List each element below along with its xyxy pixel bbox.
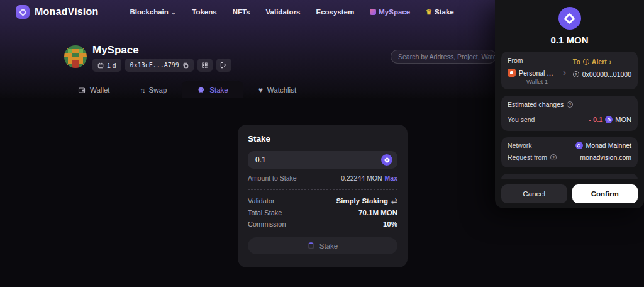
network-label: Network: [508, 142, 532, 149]
swap-vertical-icon: ↑↓: [140, 86, 145, 94]
to-address-line: ? 0x00000...01000: [573, 70, 631, 78]
nav-item-myspace[interactable]: MySpace: [370, 8, 410, 16]
nav-label: Stake: [435, 8, 454, 16]
tab-label: Wallet: [90, 86, 110, 94]
tab-swap[interactable]: ↑↓ Swap: [125, 81, 182, 98]
question-icon: ?: [573, 71, 579, 77]
pixel-avatar-image: [64, 45, 87, 68]
logout-button[interactable]: [216, 59, 231, 72]
stake-amount-value[interactable]: 0.1: [255, 155, 381, 164]
validator-row: Validator Simply Staking⇄: [248, 196, 397, 205]
row-label: Validator: [248, 197, 275, 205]
to-address: 0x00000...01000: [582, 70, 631, 78]
wallet-address: 0x13cE...A799: [130, 62, 179, 69]
you-send-row: You send - 0.1 MON: [508, 116, 631, 123]
change-validator-icon[interactable]: ⇄: [391, 196, 397, 205]
chevron-down-icon: ⌄: [171, 9, 176, 16]
nav-menu: Blockchain ⌄ Tokens NFTs Validators Ecos…: [130, 8, 453, 16]
app-window: MonadVision Blockchain ⌄ Tokens NFTs Val…: [0, 0, 644, 287]
nav-label: NFTs: [233, 8, 250, 16]
mon-diamond-shape: [577, 144, 580, 147]
available-balance: 0.22244 MON: [341, 174, 382, 182]
from-wallet-sub: Wallet 1: [526, 78, 631, 85]
nav-item-blockchain[interactable]: Blockchain ⌄: [130, 8, 176, 16]
nav-label: Ecosystem: [316, 8, 355, 16]
nav-item-ecosystem[interactable]: Ecosystem: [316, 8, 355, 16]
address-badge[interactable]: 0x13cE...A799: [125, 59, 194, 72]
row-label: Commission: [248, 220, 286, 228]
scrolled-card-edge: [501, 174, 638, 179]
global-search: [391, 50, 496, 64]
question-icon: ?: [567, 101, 573, 108]
nav-label: Validators: [266, 8, 301, 16]
tab-label: Stake: [209, 86, 228, 94]
mon-token-icon: [605, 116, 613, 123]
tab-label: Watchlist: [267, 86, 296, 94]
you-send-label: You send: [508, 116, 535, 123]
network-card: Network Monad Mainnet Request from ? mon…: [501, 137, 638, 167]
stake-card-title: Stake: [248, 134, 397, 144]
commission-row: Commission 10%: [248, 220, 397, 228]
nav-item-tokens[interactable]: Tokens: [192, 8, 216, 16]
search-input[interactable]: [391, 53, 496, 60]
max-button[interactable]: Max: [385, 174, 397, 182]
brand-name: MonadVision: [35, 6, 98, 18]
to-block: To i Alert › ? 0x00000...01000: [573, 58, 631, 78]
stake-submit-button[interactable]: Stake: [248, 237, 397, 254]
validator-name: Simply Staking: [336, 197, 388, 205]
total-stake-value: 70.1M MON: [358, 209, 397, 217]
to-label: To: [573, 58, 580, 65]
tab-label: Swap: [149, 86, 167, 94]
mon-diamond-shape: [564, 13, 575, 24]
monadvision-logo-icon[interactable]: [16, 5, 30, 19]
tab-stake[interactable]: Stake: [182, 81, 243, 98]
from-to-card[interactable]: From Personal … Wallet 1 › To i Alert › …: [501, 52, 638, 89]
wallet-confirm-modal: 0.1 MON From Personal … Wallet 1 › To i …: [495, 0, 644, 208]
nav-item-stake[interactable]: ♛ Stake: [426, 8, 454, 16]
send-amount: - 0.1: [589, 116, 602, 123]
qr-code-button[interactable]: [197, 59, 213, 72]
request-from-row: Request from ? monadvision.com: [508, 154, 631, 161]
chevron-right-icon: ›: [563, 67, 566, 77]
mon-token-hero-icon: [558, 7, 581, 30]
total-stake-row: Total Stake 70.1M MON: [248, 209, 397, 217]
nav-item-nfts[interactable]: NFTs: [233, 8, 250, 16]
cancel-button[interactable]: Cancel: [501, 184, 567, 203]
tab-watchlist[interactable]: ♥ Watchlist: [243, 81, 311, 98]
crown-icon: ♛: [426, 8, 432, 16]
wallet-icon: [78, 86, 86, 94]
page-title: MySpace: [92, 44, 139, 57]
stake-button-label: Stake: [319, 242, 338, 250]
piggy-bank-icon: [197, 86, 205, 94]
chevron-right-icon: ›: [609, 58, 612, 65]
amount-to-stake-row: Amount to Stake 0.22244 MONMax: [248, 174, 397, 182]
estimated-changes-title: Estimated changes: [508, 101, 564, 108]
info-icon: i: [583, 59, 589, 65]
dashed-divider: [248, 189, 397, 190]
question-icon: ?: [550, 154, 557, 160]
loading-spinner-icon: [308, 242, 314, 249]
profile-avatar: [64, 45, 87, 68]
confirm-button[interactable]: Confirm: [572, 184, 638, 203]
send-token-symbol: MON: [615, 116, 631, 123]
commission-value: 10%: [383, 220, 397, 228]
transaction-amount-title: 0.1 MON: [501, 35, 638, 45]
from-wallet-name: Personal …: [519, 69, 553, 77]
to-alert-line[interactable]: To i Alert ›: [573, 58, 631, 65]
tab-wallet[interactable]: Wallet: [63, 81, 125, 98]
nav-label: MySpace: [379, 8, 410, 16]
network-value: Monad Mainnet: [586, 142, 631, 149]
mon-diamond-shape: [384, 157, 390, 163]
row-label: Total Stake: [248, 209, 282, 217]
stake-amount-input[interactable]: 0.1: [248, 151, 397, 169]
amount-to-stake-label: Amount to Stake: [248, 174, 297, 182]
profile-badges: 1 d 0x13cE...A799: [92, 59, 231, 72]
mon-token-icon: [381, 154, 392, 166]
qr-code-icon: [201, 62, 208, 69]
copy-icon[interactable]: [182, 62, 189, 69]
logo-diamond-shape: [19, 8, 27, 16]
nav-item-validators[interactable]: Validators: [266, 8, 301, 16]
stake-card: Stake 0.1 Amount to Stake 0.22244 MONMax…: [238, 125, 408, 267]
myspace-avatar-icon: [370, 9, 376, 15]
estimated-changes-card: Estimated changes ? You send - 0.1 MON: [501, 96, 638, 131]
